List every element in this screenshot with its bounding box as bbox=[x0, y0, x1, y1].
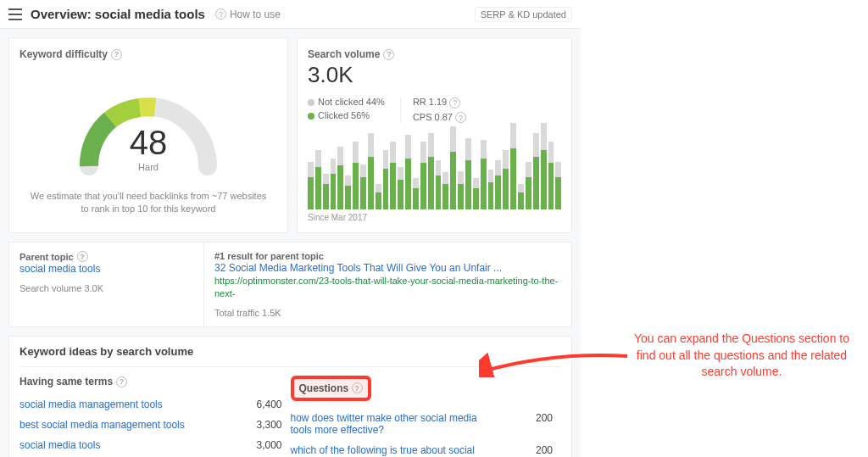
keyword-link[interactable]: which of the following is true about soc… bbox=[291, 444, 494, 457]
parent-topic-card: Parent topic? social media tools Search … bbox=[8, 242, 203, 327]
help-icon[interactable]: ? bbox=[116, 376, 127, 387]
keyword-row: best social media management tools3,300 bbox=[19, 415, 282, 435]
help-icon[interactable]: ? bbox=[111, 49, 122, 60]
top-result-card: #1 result for parent topic 32 Social Med… bbox=[203, 242, 572, 327]
sv-heading: Search volume? bbox=[308, 48, 561, 60]
search-volume-card: Search volume? 3.0K Not clicked 44% Clic… bbox=[297, 37, 572, 233]
keyword-volume: 200 bbox=[510, 412, 553, 424]
sv-since: Since Mar 2017 bbox=[308, 213, 561, 222]
sv-metrics: Not clicked 44% Clicked 56% RR 1.19 ? CP… bbox=[308, 97, 561, 123]
keyword-link[interactable]: best social media management tools bbox=[19, 419, 185, 431]
kd-estimate: We estimate that you'll need backlinks f… bbox=[19, 190, 277, 216]
help-icon[interactable]: ? bbox=[383, 49, 394, 60]
keyword-volume: 3,000 bbox=[240, 439, 282, 451]
sv-value: 3.0K bbox=[308, 62, 561, 88]
kd-gauge: 48 Hard bbox=[64, 73, 233, 183]
help-icon[interactable]: ? bbox=[77, 251, 88, 262]
annotation-arrow-icon bbox=[479, 352, 632, 377]
keyword-row: social media management tools6,400 bbox=[19, 394, 282, 415]
dot-icon bbox=[308, 99, 314, 106]
keyword-row: which of the following is true about soc… bbox=[291, 440, 554, 457]
top-result-traffic: Total traffic 1.5K bbox=[214, 308, 561, 318]
how-to-use[interactable]: ? How to use bbox=[215, 8, 281, 20]
top-result-url[interactable]: https://optinmonster.com/23-tools-that-w… bbox=[214, 276, 558, 298]
update-badge: SERP & KD updated bbox=[475, 7, 572, 22]
help-icon: ? bbox=[215, 8, 226, 20]
sv-trend-chart bbox=[308, 133, 561, 209]
help-icon[interactable]: ? bbox=[352, 382, 363, 393]
keyword-row: how does twitter make other social media… bbox=[291, 408, 554, 440]
help-icon[interactable]: ? bbox=[455, 112, 466, 123]
dot-icon bbox=[308, 113, 314, 120]
questions-heading-highlight: Questions ? bbox=[291, 376, 371, 401]
having-same-terms-column: Having same terms? social media manageme… bbox=[19, 366, 291, 457]
keyword-link[interactable]: social media tools bbox=[19, 439, 100, 451]
keyword-volume: 6,400 bbox=[240, 398, 282, 410]
keyword-volume: 3,300 bbox=[240, 419, 282, 431]
kd-score: 48 bbox=[64, 124, 233, 162]
page-title: Overview: social media tools bbox=[31, 7, 205, 21]
questions-column: Questions ? how does twitter make other … bbox=[291, 366, 562, 457]
keyword-row: social media tools3,000 bbox=[19, 435, 282, 455]
keyword-volume: 200 bbox=[510, 444, 553, 456]
keyword-link[interactable]: social media management tools bbox=[19, 398, 163, 410]
hamburger-icon[interactable] bbox=[8, 8, 22, 20]
keyword-difficulty-card: Keyword difficulty? 48 Hard We estimate … bbox=[8, 37, 288, 233]
parent-volume: Search volume 3.0K bbox=[19, 283, 193, 293]
kd-rating: Hard bbox=[64, 162, 233, 172]
keyword-link[interactable]: how does twitter make other social media… bbox=[291, 412, 494, 436]
help-icon[interactable]: ? bbox=[449, 98, 460, 109]
annotation-text: You can expand the Questions section to … bbox=[632, 331, 852, 381]
kd-heading: Keyword difficulty? bbox=[19, 48, 277, 60]
top-result-title[interactable]: 32 Social Media Marketing Tools That Wil… bbox=[214, 262, 502, 274]
parent-topic-link[interactable]: social media tools bbox=[19, 263, 100, 275]
